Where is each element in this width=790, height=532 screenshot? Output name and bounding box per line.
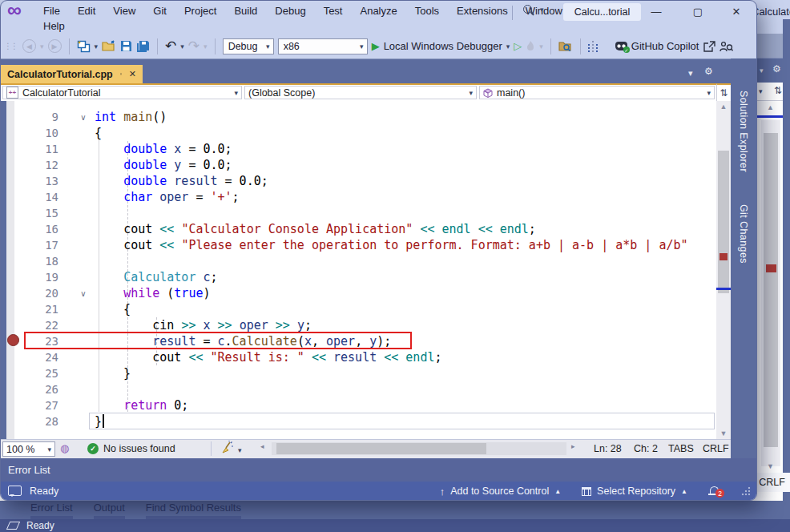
code-line-18[interactable]: 18 — [1, 253, 716, 269]
menu-item-tools[interactable]: Tools — [406, 3, 448, 19]
bg-gear-icon[interactable]: ⚙ — [772, 63, 781, 75]
code-line-13[interactable]: 13 double result = 0.0; — [1, 173, 716, 189]
menu-item-help[interactable]: Help — [34, 18, 74, 34]
whitespace-format-icon[interactable] — [588, 41, 598, 52]
line-number[interactable]: 10 — [14, 127, 58, 139]
sidebar-tab-git-changes[interactable]: Git Changes — [738, 204, 749, 264]
code-line-22[interactable]: 22 cin >> x >> oper >> y; — [1, 317, 716, 333]
undo-chevron-icon[interactable]: ▾ — [180, 42, 184, 50]
code-line-20[interactable]: 20∨ while (true) — [1, 285, 716, 301]
line-indicator[interactable]: Ln: 28 — [594, 443, 622, 454]
menu-item-test[interactable]: Test — [315, 3, 352, 19]
line-number[interactable]: 16 — [14, 223, 58, 236]
find-in-files-icon[interactable] — [558, 40, 573, 52]
fold-collapse-icon[interactable]: ∨ — [77, 113, 90, 122]
code-text[interactable]: cout << "Result is: " << result << endl; — [95, 350, 442, 365]
code-text[interactable]: double result = 0.0; — [95, 174, 268, 188]
line-number[interactable]: 21 — [14, 303, 58, 316]
code-text[interactable]: { — [95, 126, 102, 140]
code-line-15[interactable]: 15 — [1, 205, 716, 221]
line-number[interactable]: 12 — [14, 159, 58, 171]
new-project-icon[interactable] — [77, 40, 91, 53]
menu-item-git[interactable]: Git — [144, 3, 175, 19]
code-line-12[interactable]: 12 double y = 0.0; — [1, 157, 716, 173]
member-dropdown-chevron-icon[interactable]: ▾ — [707, 89, 711, 97]
project-dropdown[interactable]: ++ CalculatorTutorial ▾ — [2, 86, 242, 99]
project-dropdown-chevron-icon[interactable]: ▾ — [234, 89, 238, 97]
code-text[interactable]: { — [95, 302, 131, 316]
share-icon[interactable] — [703, 41, 715, 52]
document-well-gear-icon[interactable]: ⚙ — [704, 66, 713, 77]
pin-tab-icon[interactable] — [120, 70, 122, 79]
line-number[interactable]: 27 — [14, 399, 58, 412]
column-indicator[interactable]: Ch: 2 — [634, 443, 658, 454]
code-text[interactable]: cout << "Calculator Console Application"… — [95, 222, 536, 236]
start-debugging-icon[interactable]: ▶ — [372, 40, 380, 52]
redo-icon[interactable]: ↷ — [188, 41, 200, 52]
line-number[interactable]: 25 — [14, 367, 58, 380]
menu-item-view[interactable]: View — [104, 3, 144, 19]
bg-chevron-down-icon[interactable]: ▾ — [760, 66, 764, 75]
redo-chevron-icon[interactable]: ▾ — [204, 42, 208, 50]
scroll-down-icon[interactable]: ▼ — [716, 429, 731, 437]
code-text[interactable]: while (true) — [95, 286, 211, 300]
undo-icon[interactable]: ↶ — [165, 41, 176, 52]
code-line-26[interactable]: 26 — [1, 381, 716, 397]
new-project-chevron-icon[interactable]: ▾ — [95, 42, 99, 50]
code-line-24[interactable]: 24 cout << "Result is: " << result << en… — [1, 349, 716, 365]
sidebar-tab-solution-explorer[interactable]: Solution Explorer — [738, 91, 749, 172]
code-line-17[interactable]: 17 cout << "Please enter the operation t… — [1, 237, 716, 253]
code-text[interactable]: } — [95, 366, 131, 381]
bg-scroll-down-icon[interactable]: ▼ — [767, 462, 774, 470]
line-number[interactable]: 9 — [14, 111, 58, 123]
code-line-14[interactable]: 14 char oper = '+'; — [1, 189, 716, 205]
solution-configuration-dropdown[interactable]: Debug▾ — [223, 38, 274, 54]
line-number[interactable]: 20 — [14, 287, 58, 300]
intellicode-icon[interactable]: ◍ — [60, 442, 69, 454]
code-text[interactable]: char oper = '+'; — [95, 190, 240, 204]
health-status-text[interactable]: No issues found — [103, 443, 175, 454]
hot-reload-chevron-icon[interactable]: ▾ — [539, 42, 543, 50]
code-text[interactable]: double x = 0.0; — [95, 142, 232, 156]
code-editor[interactable]: 9∨int main()10{11 double x = 0.0;12 doub… — [1, 101, 716, 439]
start-debugging-label[interactable]: Local Windows Debugger — [384, 40, 502, 52]
code-text[interactable]: cin >> x >> oper >> y; — [95, 318, 312, 332]
line-number[interactable]: 15 — [14, 207, 58, 220]
window-title[interactable]: Calcu...torial — [563, 3, 641, 21]
eol-indicator[interactable]: CRLF — [703, 443, 729, 454]
line-number[interactable]: 18 — [14, 255, 58, 268]
menu-item-edit[interactable]: Edit — [69, 3, 104, 19]
start-without-debugging-icon[interactable]: ▷ — [514, 40, 522, 52]
zoom-dropdown[interactable]: 100 %▾ — [2, 441, 55, 457]
hot-reload-icon[interactable] — [526, 40, 535, 52]
code-line-27[interactable]: 27 return 0; — [1, 397, 716, 413]
close-button[interactable]: ✕ — [719, 1, 754, 22]
code-text[interactable]: Calculator c; — [95, 270, 218, 284]
line-number[interactable]: 17 — [14, 239, 58, 252]
bg-eol-indicator[interactable]: CRLF — [754, 473, 790, 492]
tabs-indicator[interactable]: TABS — [668, 443, 694, 454]
bg-scroll-up-icon[interactable]: ▲ — [767, 103, 774, 111]
notifications-bell-icon[interactable]: 2 — [708, 486, 719, 497]
scope-dropdown-chevron-icon[interactable]: ▾ — [469, 89, 473, 97]
feedback-person-icon[interactable] — [719, 41, 733, 52]
code-line-11[interactable]: 11 double x = 0.0; — [1, 141, 716, 157]
menu-item-build[interactable]: Build — [225, 3, 266, 19]
bg-panel-tab-error-list[interactable]: Error List — [30, 501, 73, 519]
bg-panel-tab-find-symbol-results[interactable]: Find Symbol Results — [146, 501, 241, 519]
close-tab-icon[interactable]: ✕ — [129, 69, 136, 79]
code-text[interactable]: return 0; — [95, 398, 188, 413]
open-folder-icon[interactable] — [102, 40, 116, 52]
error-list-panel-header[interactable]: Error List — [1, 458, 756, 482]
breakpoint-icon[interactable] — [7, 334, 19, 346]
github-copilot-label[interactable]: GitHub Copilot — [631, 40, 699, 52]
hscroll-right-icon[interactable]: ▸ — [571, 442, 575, 450]
member-dropdown[interactable]: main() ▾ — [479, 86, 715, 99]
code-text[interactable]: double y = 0.0; — [95, 158, 232, 172]
line-number[interactable]: 26 — [14, 383, 58, 396]
menu-item-analyze[interactable]: Analyze — [351, 3, 405, 19]
scrollbar-thumb[interactable] — [718, 151, 729, 293]
menu-item-debug[interactable]: Debug — [266, 3, 314, 19]
line-number[interactable]: 22 — [14, 319, 58, 332]
code-line-10[interactable]: 10{ — [1, 125, 716, 141]
